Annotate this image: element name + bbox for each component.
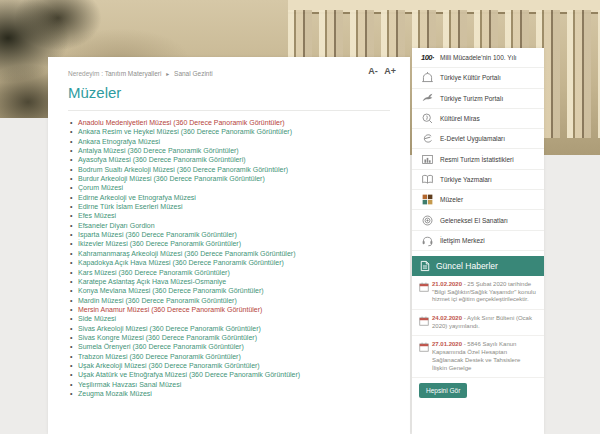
museum-list-item: Ayasofya Müzesi (360 Derece Panoramik Gö… — [70, 155, 410, 164]
heritage-icon — [419, 112, 436, 125]
breadcrumb-link-tanitim-materyalleri[interactable]: Tanıtım Materyalleri — [105, 70, 162, 77]
news-icon — [420, 260, 430, 272]
manuscripts-icon — [419, 173, 436, 186]
museum-list-item: Mardin Müzesi (360 Derece Panoramik Görü… — [70, 296, 410, 305]
museum-list-item: Efsaneler Diyarı Gordion — [70, 221, 410, 230]
news-body: 24.02.2020 - Aylık Sınır Bülteni (Ocak 2… — [432, 315, 536, 330]
museum-link[interactable]: Isparta Müzesi (360 Derece Panoramik Gör… — [78, 231, 237, 238]
museum-list-item: Mersin Anamur Müzesi (360 Derece Panoram… — [70, 305, 410, 314]
museum-list-item: Kahramanmaraş Arkeoloji Müzesi (360 Dere… — [70, 249, 410, 258]
calendar-icon — [419, 316, 432, 330]
breadcrumb-separator-icon: ► — [165, 71, 170, 77]
museum-list-item: Bodrum Sualtı Arkeoloji Müzesi (360 Dere… — [70, 165, 410, 174]
calendar-icon — [419, 342, 432, 372]
sidebar-item-turizm-istatistikleri[interactable]: Resmi Turizm İstatistikleri — [412, 149, 544, 169]
sidebar-item-milli-mucadele-100-yil[interactable]: 100· Milli Mücadele'nin 100. Yılı — [412, 48, 544, 68]
museum-link[interactable]: Efsaneler Diyarı Gordion — [78, 222, 155, 229]
museum-list-item: Kars Müzesi (360 Derece Panoramik Görünt… — [70, 268, 410, 277]
museum-link[interactable]: Uşak Arkeoloji Müzesi (360 Derece Panora… — [78, 362, 260, 369]
news-item: 27.01.2020 - 5846 Sayılı Kanun Kapsamınd… — [412, 336, 544, 378]
sidebar-item-iletisim-merkezi[interactable]: İletişim Merkezi — [412, 231, 544, 251]
museum-link[interactable]: Çorum Müzesi — [78, 184, 123, 191]
museum-list: Anadolu Medeniyetleri Müzesi (360 Derece… — [70, 118, 410, 398]
museum-link[interactable]: Bodrum Sualtı Arkeoloji Müzesi (360 Dere… — [78, 166, 288, 173]
museum-link[interactable]: Ankara Etnografya Müzesi — [78, 138, 160, 145]
museum-link[interactable]: Uşak Atatürk ve Etnoğrafya Müzesi (360 D… — [78, 371, 300, 378]
sidebar-item-kulturel-miras[interactable]: Kültürel Miras — [412, 109, 544, 129]
sidebar-item-label: Geleneksel El Sanatları — [440, 217, 508, 224]
museum-link[interactable]: Karatepe Aslantaş Açık Hava Müzesi-Osman… — [78, 278, 226, 285]
museum-list-item: Uşak Arkeoloji Müzesi (360 Derece Panora… — [70, 361, 410, 370]
museum-list-item: Side Müzesi — [70, 314, 410, 323]
museum-link[interactable]: Sumela Örenyeri (360 Derece Panoramik Gö… — [78, 343, 244, 350]
museum-list-item: Zeugma Mozaik Müzesi — [70, 389, 410, 398]
museum-list-item: Anadolu Medeniyetleri Müzesi (360 Derece… — [70, 118, 410, 127]
sidebar-item-muzeler[interactable]: Müzeler — [412, 190, 544, 210]
font-size-decrease-button[interactable]: A- — [368, 66, 378, 76]
topbar: Neredeyim : Tanıtım Materyalleri ► Sanal… — [48, 57, 410, 77]
museum-link[interactable]: Mersin Anamur Müzesi (360 Derece Panoram… — [78, 306, 262, 313]
museum-list-item: Kapadokya Açık Hava Müzesi (360 Derece P… — [70, 258, 410, 267]
sidebar-item-kultur-portali[interactable]: Türkiye Kültür Portalı — [412, 68, 544, 88]
hundred-years-logo-icon: 100· — [419, 53, 436, 62]
museum-link[interactable]: Kars Müzesi (360 Derece Panoramik Görünt… — [78, 269, 230, 276]
news-body: 27.01.2020 - 5846 Sayılı Kanun Kapsamınd… — [432, 341, 536, 372]
museum-link[interactable]: Konya Mevlana Müzesi (360 Derece Panoram… — [78, 287, 264, 294]
sidebar-item-label: Türkiye Yazmaları — [440, 176, 492, 183]
news-item: 21.02.2020 - 25 Şubat 2020 tarihinde "Bi… — [412, 276, 544, 310]
museum-list-item: Konya Mevlana Müzesi (360 Derece Panoram… — [70, 286, 410, 295]
news-date[interactable]: 21.02.2020 — [432, 281, 462, 287]
museum-list-item: Edirne Türk İslam Eserleri Müzesi — [70, 202, 410, 211]
sidebar-item-label: Türkiye Turizm Portalı — [440, 95, 503, 102]
museum-list-item: Sumela Örenyeri (360 Derece Panoramik Gö… — [70, 342, 410, 351]
sidebar-item-label: Milli Mücadele'nin 100. Yılı — [440, 54, 517, 61]
page-title: Müzeler — [68, 84, 390, 101]
museum-link[interactable]: Edirne Arkeoloji ve Etnografya Müzesi — [78, 194, 196, 201]
sidebar-item-label: E-Devlet Uygulamaları — [440, 135, 505, 142]
museum-link[interactable]: Mardin Müzesi (360 Derece Panoramik Görü… — [78, 297, 237, 304]
museum-link[interactable]: Antalya Müzesi (360 Derece Panoramik Gör… — [78, 147, 239, 154]
museum-link[interactable]: Trabzon Müzesi (360 Derece Panoramik Gör… — [78, 353, 241, 360]
museum-link[interactable]: Sivas Kongre Müzesi (360 Derece Panorami… — [78, 334, 257, 341]
museum-link[interactable]: Anadolu Medeniyetleri Müzesi (360 Derece… — [78, 119, 285, 126]
museum-link[interactable]: İkizevler Müzesi (360 Derece Panoramik G… — [78, 240, 241, 247]
museum-list-item: Yeşilırmak Havzası Sanal Müzesi — [70, 380, 410, 389]
breadcrumb-prefix: Neredeyim : — [68, 70, 103, 77]
font-size-controls: A- A+ — [364, 66, 396, 76]
museum-link[interactable]: Zeugma Mozaik Müzesi — [78, 390, 152, 397]
museum-link[interactable]: Kahramanmaraş Arkeoloji Müzesi (360 Dere… — [78, 250, 295, 257]
sidebar-item-label: Kültürel Miras — [440, 115, 480, 122]
museum-link[interactable]: Ankara Resim ve Heykel Müzesi (360 Derec… — [78, 128, 292, 135]
museum-link[interactable]: Sivas Arkeoloji Müzesi (360 Derece Panor… — [78, 325, 261, 332]
sidebar-item-turkiye-yazmalari[interactable]: Türkiye Yazmaları — [412, 170, 544, 190]
museum-list-item: Ankara Etnografya Müzesi — [70, 137, 410, 146]
sidebar-item-label: İletişim Merkezi — [440, 237, 485, 244]
museum-link[interactable]: Yeşilırmak Havzası Sanal Müzesi — [78, 381, 181, 388]
museum-list-item: Trabzon Müzesi (360 Derece Panoramik Gör… — [70, 352, 410, 361]
museum-link[interactable]: Kapadokya Açık Hava Müzesi (360 Derece P… — [78, 259, 284, 266]
sidebar-item-label: Müzeler — [440, 196, 463, 203]
sidebar-item-turizm-portali[interactable]: Türkiye Turizm Portalı — [412, 89, 544, 109]
sidebar-item-label: Türkiye Kültür Portalı — [440, 74, 501, 81]
news-item: 24.02.2020 - Aylık Sınır Bülteni (Ocak 2… — [412, 310, 544, 336]
museum-link[interactable]: Edirne Türk İslam Eserleri Müzesi — [78, 203, 183, 210]
sidebar-item-geleneksel-el-sanatlari[interactable]: Geleneksel El Sanatları — [412, 210, 544, 230]
museum-list-item: Çorum Müzesi — [70, 183, 410, 192]
breadcrumb: Neredeyim : Tanıtım Materyalleri ► Sanal… — [68, 70, 396, 77]
news-section-title: Güncel Haberler — [436, 261, 498, 271]
museum-link[interactable]: Efes Müzesi — [78, 212, 116, 219]
font-size-increase-button[interactable]: A+ — [384, 66, 396, 76]
sidebar-item-edevlet[interactable]: E-Devlet Uygulamaları — [412, 129, 544, 149]
breadcrumb-link-sanal-gezinti[interactable]: Sanal Gezinti — [174, 70, 213, 77]
news-section-header: Güncel Haberler — [412, 256, 544, 276]
museum-link[interactable]: Side Müzesi — [78, 315, 116, 322]
museum-link[interactable]: Burdur Arkeoloji Müzesi (360 Derece Pano… — [78, 175, 265, 182]
see-all-news-button[interactable]: Hepsini Gör — [419, 383, 467, 398]
museum-link[interactable]: Ayasofya Müzesi (360 Derece Panoramik Gö… — [78, 156, 246, 163]
museum-list-item: İkizevler Müzesi (360 Derece Panoramik G… — [70, 239, 410, 248]
calendar-icon — [419, 282, 432, 304]
news-date[interactable]: 27.01.2020 — [432, 341, 462, 347]
news-date[interactable]: 24.02.2020 — [432, 315, 462, 321]
museum-list-item: Burdur Arkeoloji Müzesi (360 Derece Pano… — [70, 174, 410, 183]
museum-list-item: Ankara Resim ve Heykel Müzesi (360 Derec… — [70, 127, 410, 136]
